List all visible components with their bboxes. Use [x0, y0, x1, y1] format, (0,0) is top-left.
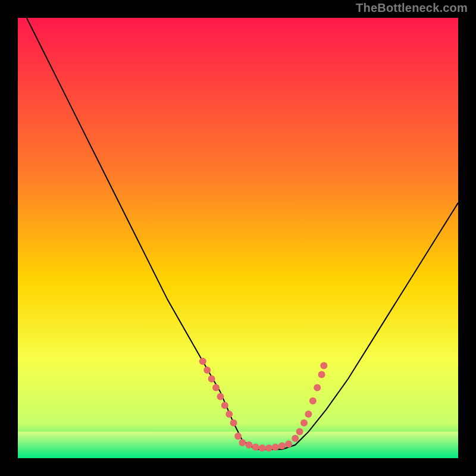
- marker-dot: [320, 362, 327, 369]
- marker-dot: [259, 444, 266, 452]
- marker-dot: [300, 419, 308, 427]
- marker-dot: [265, 444, 273, 452]
- marker-dot: [296, 428, 303, 436]
- chart-svg: [18, 18, 458, 458]
- marker-dot: [199, 358, 206, 365]
- marker-dot: [318, 371, 325, 378]
- attribution-label: TheBottleneck.com: [356, 1, 468, 15]
- marker-dot: [203, 367, 211, 374]
- marker-dot: [246, 441, 253, 449]
- marker-dot: [278, 442, 286, 449]
- marker-dot: [230, 419, 237, 427]
- marker-dot: [309, 397, 317, 405]
- marker-dot: [208, 375, 215, 383]
- gradient-background: [18, 18, 458, 458]
- marker-dot: [305, 411, 312, 418]
- marker-dot: [285, 440, 292, 447]
- marker-dot: [292, 435, 299, 442]
- marker-dot: [272, 444, 279, 451]
- plot-area: [18, 18, 458, 458]
- marker-dot: [217, 393, 224, 400]
- marker-dot: [226, 411, 233, 418]
- marker-dot: [234, 433, 242, 440]
- marker-dot: [239, 439, 246, 446]
- marker-dot: [252, 444, 259, 451]
- marker-dot: [212, 384, 220, 392]
- marker-dot: [221, 402, 228, 409]
- chart-container: TheBottleneck.com: [0, 0, 476, 476]
- marker-dot: [314, 384, 321, 392]
